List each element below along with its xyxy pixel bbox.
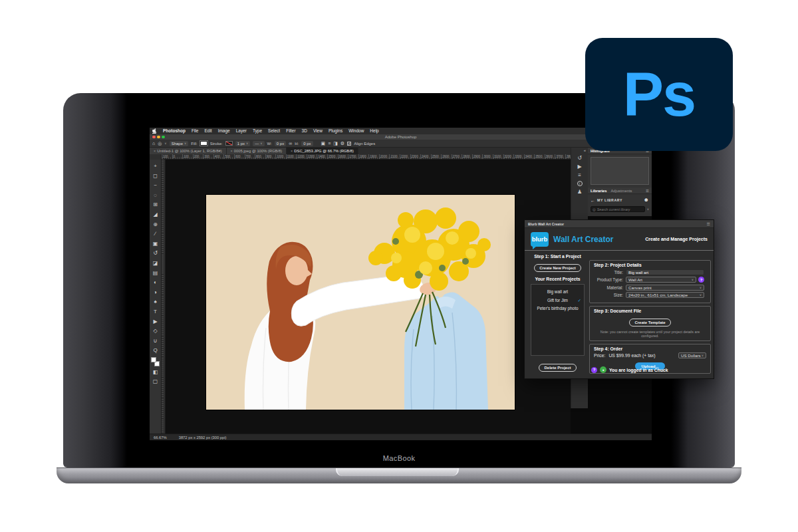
history-panel-icon[interactable]: ↺ bbox=[577, 154, 582, 162]
menu-item[interactable]: 3D bbox=[302, 128, 307, 134]
menu-item[interactable]: Window bbox=[348, 128, 364, 134]
menu-item[interactable]: Plugins bbox=[329, 128, 342, 134]
menu-item[interactable]: Filter bbox=[286, 128, 295, 134]
path-arrangement-icon[interactable]: ◨ bbox=[333, 140, 338, 147]
path-selection-tool[interactable]: ▶ bbox=[153, 317, 157, 327]
price-label: Price: bbox=[594, 353, 605, 358]
histogram-panel bbox=[588, 154, 652, 188]
path-alignment-icon[interactable]: ≡ bbox=[328, 140, 331, 147]
delete-project-button[interactable]: Delete Project bbox=[539, 364, 576, 372]
tab-libraries[interactable]: Libraries bbox=[591, 189, 607, 193]
vertical-ruler bbox=[162, 160, 166, 434]
foreground-color-swatch[interactable] bbox=[151, 357, 156, 362]
menu-item[interactable]: Select bbox=[268, 128, 280, 134]
blur-tool[interactable]: ◐ bbox=[154, 278, 157, 288]
history-brush-tool[interactable]: ↺ bbox=[153, 249, 158, 259]
crop-tool[interactable]: ⊞ bbox=[153, 200, 158, 210]
screen-mode-icon[interactable]: ▢ bbox=[153, 377, 158, 387]
menu-item[interactable]: Photoshop bbox=[163, 128, 186, 134]
zoom-tool[interactable]: Q bbox=[153, 346, 157, 356]
tool-mode-select[interactable]: Shape ∨ bbox=[170, 141, 189, 146]
hamburger-menu-icon[interactable]: ☰ bbox=[707, 221, 710, 226]
libraries-panel-icon[interactable]: ♟ bbox=[577, 188, 582, 196]
healing-brush-tool[interactable]: ⊕ bbox=[153, 220, 158, 230]
eyedropper-tool[interactable]: ◢ bbox=[153, 210, 157, 220]
horizontal-ruler: 1000100200300400500600700800900100011001… bbox=[162, 154, 571, 160]
path-operations-icon[interactable]: ▣ bbox=[321, 140, 326, 147]
help-icon[interactable]: ? bbox=[698, 277, 704, 283]
menu-item[interactable]: File bbox=[192, 128, 198, 134]
info-panel-icon[interactable]: i bbox=[577, 181, 583, 186]
menu-item[interactable]: View bbox=[313, 128, 323, 134]
user-avatar[interactable]: ● bbox=[600, 366, 606, 373]
create-template-button[interactable]: Create Template bbox=[629, 319, 670, 327]
tab-adjustments[interactable]: Adjustments bbox=[611, 189, 632, 193]
link-dimensions-icon[interactable]: ∞ bbox=[289, 140, 292, 147]
document-tab[interactable]: × 0005.jpeg @ 100% (RGB/8) bbox=[227, 148, 287, 154]
stroke-swatch[interactable] bbox=[225, 141, 233, 146]
search-input[interactable] bbox=[597, 207, 643, 211]
blurb-wall-art-creator-dialog: Blurb Wall Art Creator ☰ blurb Wall Art … bbox=[524, 219, 714, 379]
menu-item[interactable]: Image bbox=[218, 128, 230, 134]
project-title-input[interactable] bbox=[626, 269, 704, 275]
back-arrow-icon[interactable]: ← bbox=[591, 198, 595, 203]
plugin-title: Wall Art Creator bbox=[553, 235, 613, 244]
shape-tool[interactable]: ◇ bbox=[153, 327, 157, 336]
menu-item[interactable]: Edit bbox=[204, 128, 211, 134]
dodge-tool[interactable]: ◑ bbox=[154, 288, 157, 298]
pen-tool[interactable]: ♠ bbox=[154, 297, 156, 307]
width-input[interactable]: 0 px bbox=[275, 141, 286, 146]
quick-selection-tool[interactable]: ◌ bbox=[154, 191, 157, 201]
home-icon[interactable]: ⌂ bbox=[152, 140, 155, 147]
currency-select[interactable]: US Dollars ∨ bbox=[678, 352, 706, 358]
close-icon[interactable]: × bbox=[291, 149, 293, 153]
stroke-width-select[interactable]: 1 px ∨ bbox=[235, 141, 251, 146]
panel-menu-icon[interactable]: ☰ bbox=[646, 189, 649, 193]
lasso-tool[interactable]: ~ bbox=[154, 181, 157, 191]
tool-preset-icon[interactable]: ◎ bbox=[158, 140, 162, 147]
brush-tool[interactable]: ∕ bbox=[155, 229, 156, 239]
height-input[interactable]: 0 px bbox=[301, 141, 313, 146]
menu-item[interactable]: Layer bbox=[236, 128, 247, 134]
move-tool[interactable]: + bbox=[154, 162, 157, 172]
step2-project-details-box: Step 2: Project Details Title: Product T… bbox=[589, 260, 711, 303]
adjustments-panel-icon[interactable]: ≡ bbox=[578, 171, 581, 180]
document-canvas[interactable] bbox=[162, 160, 571, 434]
marquee-tool[interactable]: ◻ bbox=[153, 172, 158, 182]
close-icon[interactable]: × bbox=[154, 149, 156, 153]
fill-swatch[interactable] bbox=[200, 141, 207, 146]
title-label: Title: bbox=[594, 270, 623, 275]
actions-panel-icon[interactable]: ▶ bbox=[577, 162, 581, 171]
library-search-field[interactable]: ◎ bbox=[591, 206, 645, 212]
zoom-level: 66.67% bbox=[154, 436, 167, 440]
account-icon[interactable]: ☻ bbox=[644, 198, 649, 203]
clone-stamp-tool[interactable]: ▣ bbox=[153, 239, 158, 249]
stroke-style-select[interactable]: — ∨ bbox=[253, 141, 264, 146]
document-tab[interactable]: × DSC_2853.JPG @ 66.7% (RGB/8) bbox=[287, 148, 358, 154]
menu-item[interactable]: Type bbox=[253, 128, 262, 134]
gear-icon[interactable]: ⚙ bbox=[340, 140, 344, 147]
quick-mask-icon[interactable]: ◧ bbox=[153, 368, 158, 378]
eraser-tool[interactable]: ◪ bbox=[153, 259, 158, 269]
color-swatches[interactable] bbox=[150, 357, 162, 368]
material-select[interactable]: Canvas print ∨ bbox=[626, 285, 704, 291]
login-status: You are logged in as Chuck bbox=[609, 368, 668, 372]
chevron-down-icon[interactable]: ∨ bbox=[647, 207, 649, 211]
hand-tool[interactable]: ∪ bbox=[154, 336, 158, 346]
menu-item[interactable]: Help bbox=[370, 128, 378, 134]
help-icon[interactable]: ? bbox=[591, 367, 597, 373]
Big wall art[interactable]: Big wall art ✓ bbox=[531, 288, 584, 297]
product-type-select[interactable]: Wall Art ∨ bbox=[626, 277, 696, 283]
document-tab[interactable]: × Untitled-1 @ 100% (Layer 1, RGB/8#) bbox=[150, 148, 227, 154]
align-edges-checkbox[interactable]: ✓ bbox=[347, 142, 351, 146]
collapse-panels-icon[interactable]: « bbox=[571, 148, 588, 154]
size-select[interactable]: 24x20 in., 61x51 cm, Landscape ∨ bbox=[626, 292, 704, 298]
gradient-tool[interactable]: ▤ bbox=[153, 269, 158, 279]
Gift for Jim[interactable]: Gift for Jim ✓ bbox=[531, 297, 584, 305]
apple-menu-icon[interactable] bbox=[152, 128, 157, 134]
type-tool[interactable]: T bbox=[154, 307, 157, 317]
my-library-label[interactable]: MY LIBRARY bbox=[597, 198, 622, 202]
create-new-project-button[interactable]: Create New Project bbox=[534, 264, 581, 272]
Peter's birthday photo[interactable]: Peter's birthday photo ✓ bbox=[531, 305, 584, 313]
close-icon[interactable]: × bbox=[231, 149, 233, 153]
